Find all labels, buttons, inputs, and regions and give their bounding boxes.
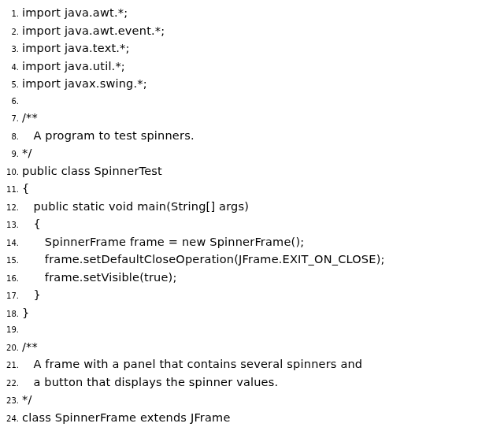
line-number: 13. — [0, 217, 19, 234]
code-text: import java.awt.event.*; — [22, 23, 165, 39]
code-line: 4.import java.util.*; — [0, 58, 504, 76]
code-text: class SpinnerFrame extends JFrame — [22, 410, 231, 426]
line-number: 3. — [0, 42, 19, 58]
line-number: 19. — [0, 322, 19, 339]
code-text: import java.text.*; — [22, 40, 130, 57]
code-line: 11.{ — [0, 180, 504, 199]
code-text: /** — [22, 339, 38, 355]
code-text: /** — [22, 110, 38, 126]
code-line: 23.*/ — [0, 392, 504, 410]
line-number: 2. — [0, 24, 19, 41]
code-line: 22. a button that displays the spinner v… — [0, 374, 504, 392]
line-number: 22. — [0, 376, 19, 392]
code-line: 7./** — [0, 110, 504, 128]
line-number: 1. — [0, 6, 19, 23]
line-number: 6. — [0, 94, 19, 110]
line-number: 20. — [0, 340, 19, 357]
line-number: 18. — [0, 306, 19, 323]
code-line: 24.class SpinnerFrame extends JFrame — [0, 410, 504, 428]
code-text: a button that displays the spinner value… — [22, 374, 278, 391]
line-number: 10. — [0, 165, 19, 181]
code-text: public class SpinnerTest — [22, 163, 162, 180]
line-number: 24. — [0, 411, 19, 428]
line-number: 11. — [0, 182, 19, 199]
line-number: 14. — [0, 236, 19, 252]
code-text: import javax.swing.*; — [22, 76, 147, 92]
code-text: */ — [22, 145, 32, 162]
code-text: { — [22, 216, 41, 232]
code-text: A frame with a panel that contains sever… — [22, 356, 362, 373]
code-line: 16. frame.setVisible(true); — [0, 269, 504, 288]
code-line: 18.} — [0, 305, 504, 323]
code-listing: 1.import java.awt.*;2.import java.awt.ev… — [0, 5, 504, 427]
code-line: 3.import java.text.*; — [0, 40, 504, 58]
code-line: 6. — [0, 94, 504, 110]
line-number: 23. — [0, 393, 19, 410]
line-number: 16. — [0, 271, 19, 288]
code-line: 10.public class SpinnerTest — [0, 163, 504, 181]
code-text: frame.setDefaultCloseOperation(JFrame.EX… — [22, 251, 385, 268]
code-line: 2.import java.awt.event.*; — [0, 23, 504, 41]
code-line: 21. A frame with a panel that contains s… — [0, 356, 504, 374]
line-number: 12. — [0, 200, 19, 217]
line-number: 17. — [0, 288, 19, 305]
code-line: 5.import javax.swing.*; — [0, 76, 504, 94]
line-number: 4. — [0, 60, 19, 76]
code-text: */ — [22, 392, 32, 408]
code-line: 12. public static void main(String[] arg… — [0, 199, 504, 217]
code-text: import java.awt.*; — [22, 5, 128, 21]
code-line: 9.*/ — [0, 145, 504, 163]
code-text: A program to test spinners. — [22, 128, 195, 144]
line-number: 5. — [0, 77, 19, 94]
line-number: 8. — [0, 129, 19, 146]
code-text: import java.util.*; — [22, 58, 125, 75]
code-text: } — [22, 287, 41, 303]
code-text: frame.setVisible(true); — [22, 269, 177, 286]
code-text: } — [22, 305, 29, 321]
code-line: 17. } — [0, 287, 504, 305]
code-line: 20./** — [0, 339, 504, 357]
code-line: 15. frame.setDefaultCloseOperation(JFram… — [0, 251, 504, 269]
code-line: 1.import java.awt.*; — [0, 5, 504, 23]
code-line: 8. A program to test spinners. — [0, 128, 504, 146]
code-text: { — [22, 180, 29, 197]
line-number: 7. — [0, 111, 19, 128]
code-line: 19. — [0, 322, 504, 339]
code-line: 13. { — [0, 216, 504, 234]
line-number: 15. — [0, 253, 19, 269]
code-line: 14. SpinnerFrame frame = new SpinnerFram… — [0, 234, 504, 252]
line-number: 9. — [0, 147, 19, 163]
code-text: SpinnerFrame frame = new SpinnerFrame(); — [22, 234, 304, 251]
line-number: 21. — [0, 358, 19, 374]
code-text: public static void main(String[] args) — [22, 199, 249, 215]
